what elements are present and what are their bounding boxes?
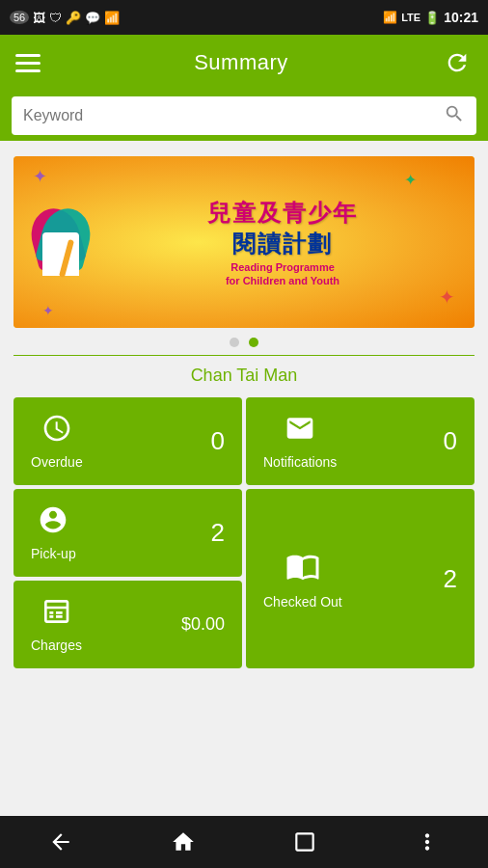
checkedout-label: Checked Out — [263, 594, 342, 610]
tiles-grid: Overdue 0 Notifications 0 — [14, 397, 474, 668]
status-signal-icon: 📶 — [383, 11, 397, 24]
checkedout-tile-left: Checked Out — [263, 549, 342, 610]
banner: ✦ ✦ ✦ ✦ 兒童及青少年 閱讀計劃 — [14, 156, 474, 328]
pickup-label: Pick-up — [31, 546, 76, 561]
banner-indicators — [14, 338, 474, 347]
pickup-tile[interactable]: Pick-up 2 — [14, 489, 242, 577]
notifications-tile[interactable]: Notifications 0 — [246, 397, 474, 485]
deco-element-bottom: ✦ — [42, 303, 54, 318]
status-icon-chat: 💬 — [85, 11, 100, 25]
notifications-icon — [285, 413, 315, 448]
pickup-tile-left: Pick-up — [31, 504, 76, 561]
status-icon-key: 🔑 — [66, 11, 81, 25]
banner-text-area: 兒童及青少年 閱讀計劃 Reading Programme for Childr… — [207, 198, 358, 286]
status-bar: 56 🖼 🛡 🔑 💬 📶 📶 LTE 🔋 10:21 — [0, 0, 488, 35]
checkedout-value: 2 — [444, 564, 457, 594]
status-battery-icon: 🔋 — [424, 11, 440, 25]
overdue-tile[interactable]: Overdue 0 — [14, 397, 242, 485]
search-icon[interactable] — [444, 103, 465, 128]
banner-chinese2: 閱讀計劃 — [232, 229, 333, 259]
banner-book-icon — [27, 203, 95, 281]
dot-1[interactable] — [230, 338, 239, 347]
charges-label: Charges — [31, 637, 82, 653]
pickup-value: 2 — [211, 518, 225, 548]
pickup-icon — [38, 504, 68, 540]
search-input-container — [12, 96, 476, 135]
divider — [14, 355, 474, 356]
status-lte-icon: LTE — [401, 12, 420, 23]
status-right-icons: 📶 LTE 🔋 10:21 — [383, 10, 478, 25]
overdue-tile-left: Overdue — [31, 413, 83, 470]
charges-value: $0.00 — [181, 614, 225, 635]
back-button[interactable] — [37, 823, 85, 861]
status-time: 10:21 — [444, 10, 478, 25]
banner-english2: for Children and Youth — [226, 275, 339, 286]
deco-element-top: ✦ — [404, 171, 417, 189]
bottom-nav — [0, 816, 488, 868]
deco-butterfly-left: ✦ — [33, 166, 47, 187]
overdue-value: 0 — [211, 426, 225, 456]
banner-english1: Reading Programme — [230, 261, 335, 273]
main-content: ✦ ✦ ✦ ✦ 兒童及青少年 閱讀計劃 — [0, 141, 488, 668]
status-icon-shield: 🛡 — [49, 11, 62, 25]
checkedout-icon — [285, 549, 320, 588]
charges-icon — [41, 596, 71, 632]
banner-chinese1: 兒童及青少年 — [207, 198, 358, 229]
home-button[interactable] — [159, 823, 207, 861]
deco-element-right: ✦ — [439, 285, 455, 309]
notifications-value: 0 — [444, 426, 457, 456]
overdue-label: Overdue — [31, 454, 83, 470]
checkedout-tile[interactable]: Checked Out 2 — [246, 489, 474, 668]
recents-button[interactable] — [281, 823, 329, 861]
menu-button[interactable] — [15, 54, 41, 72]
refresh-button[interactable] — [442, 47, 473, 78]
charges-tile-left: Charges — [31, 596, 82, 653]
charges-tile[interactable]: Charges $0.00 — [14, 581, 242, 668]
banner-content: ✦ ✦ ✦ ✦ 兒童及青少年 閱讀計劃 — [14, 156, 474, 328]
user-name: Chan Tai Man — [14, 366, 474, 386]
app-bar: Summary — [0, 35, 488, 91]
notifications-label: Notifications — [263, 454, 337, 470]
page-title: Summary — [194, 50, 288, 75]
more-button[interactable] — [403, 823, 451, 861]
status-icon-wifi: 📶 — [104, 11, 120, 25]
status-icon-img: 🖼 — [33, 11, 45, 25]
overdue-icon — [41, 413, 72, 448]
search-input[interactable] — [23, 107, 436, 124]
status-icon-56: 56 — [10, 11, 29, 24]
notifications-tile-left: Notifications — [263, 413, 337, 470]
status-left-icons: 56 🖼 🛡 🔑 💬 📶 — [10, 11, 120, 25]
dot-2[interactable] — [249, 338, 258, 347]
search-bar — [0, 91, 488, 141]
